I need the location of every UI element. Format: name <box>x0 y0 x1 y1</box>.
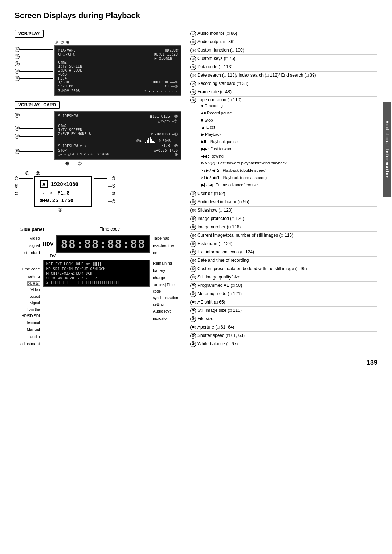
xlh1s-timecode-label: XL H1s Time codesynchronization setting <box>153 282 178 308</box>
tape-end-label: Tape has reached the end <box>153 235 178 256</box>
list-item: ⑬ Image protected (□ 126) <box>190 215 377 223</box>
list-item: ⑥ Date search (□ 113)/ Index search (□ 1… <box>190 72 377 80</box>
vcr-play-label: VCR/PLAY <box>15 30 44 38</box>
list-item: ⑧ Frame rate (□ 48) <box>190 88 377 97</box>
list-item: ㉒ Metering mode (□ 121) <box>190 290 377 298</box>
time-display: 88:88:88:88 <box>56 235 150 253</box>
page-title: Screen Displays during Playback <box>15 11 377 23</box>
list-item: ㉕ File size <box>190 315 377 323</box>
list-item: ⑯ Histogram (□ 124) <box>190 240 377 248</box>
list-item: ⑩ User bit (□ 52) <box>190 190 377 198</box>
list-item: ⑪ Audio level indicator (□ 55) <box>190 198 377 207</box>
list-item: ② Audio output (□ 86) <box>190 38 377 46</box>
video-signal-label: Video signal standard <box>20 235 40 256</box>
list-item: ⑤ Data code (□ 113) <box>190 63 377 72</box>
vcr-play-screen: MIX/VAR. HDV50i ⑨ CH①/CH② 00:01:15:20 ▶ … <box>54 45 181 96</box>
vcr-play-card-label: VCR/PLAY · CARD <box>15 101 60 109</box>
time-code-setting-label: Time code setting <box>20 266 40 280</box>
list-item: ④ Custom keys (□ 75) <box>190 55 377 63</box>
list-item: ㉓ AE shift (□ 65) <box>190 298 377 307</box>
list-item: ⑭ Image number (□ 116) <box>190 223 377 232</box>
list-item: ③ Custom function (□ 100) <box>190 46 377 55</box>
additional-info-tab: Additional Information <box>383 102 391 197</box>
list-item: ㉘ White balance (□ 67) <box>190 340 377 348</box>
list-item: ㉖ Aperture (□ 61, 64) <box>190 323 377 332</box>
time-code-label: Time code <box>100 227 120 232</box>
side-panel-title: Side panel <box>20 227 44 232</box>
side-panel-section: Side panel Time code Video signal standa… <box>15 221 181 353</box>
vcr-play-card-screen: SLIDESHOW ■101-0125 —⑭ □25/25 —⑮ Cfm2 1:… <box>54 111 181 160</box>
list-item: ⑮ Current image/total number of still im… <box>190 232 377 240</box>
battery-charge-label: Remaining battery charge <box>153 260 178 281</box>
list-item: ⑨ Tape operation (□ 110) ● Recording ●■ … <box>190 97 377 190</box>
list-item: ㉑ Programmed AE (□ 58) <box>190 282 377 290</box>
list-item: ⑱ Date and time of recording <box>190 257 377 265</box>
list-item: ① Audio monitor (□ 86) <box>190 30 377 38</box>
list-item: ⑲ Custom preset data embedded with the s… <box>190 265 377 273</box>
audio-level-indicator-label: Audio level indicator <box>153 308 178 322</box>
xl-video-output-label: XL H1s Video output signalfrom the HD/SD… <box>20 280 40 326</box>
list-item: ㉔ Still image size (□ 115) <box>190 307 377 315</box>
manual-audio-label: Manual audio adjustment <box>20 326 40 347</box>
list-item: ㉗ Shutter speed (□ 61, 63) <box>190 332 377 340</box>
still-image-section: ㉑㉔ ㉑ ㉒ ㉓ A <box>15 171 181 212</box>
page-number: 139 <box>15 359 377 367</box>
list-item: ⑦ Recording standard (□ 38) <box>190 80 377 88</box>
list-item: ⑰ Exif information icons (□ 124) <box>190 248 377 257</box>
panel-display: NDF EXT·LOCK HOLD ⊡⊡ ▐▐▐▐ HD·SDI TC·IN T… <box>43 260 150 287</box>
right-annotation-list: ① Audio monitor (□ 86) ② Audio output (□… <box>190 30 377 348</box>
list-item: ⑫ Slideshow (□ 123) <box>190 207 377 215</box>
list-item: ⑳ Still image quality/size <box>190 273 377 282</box>
